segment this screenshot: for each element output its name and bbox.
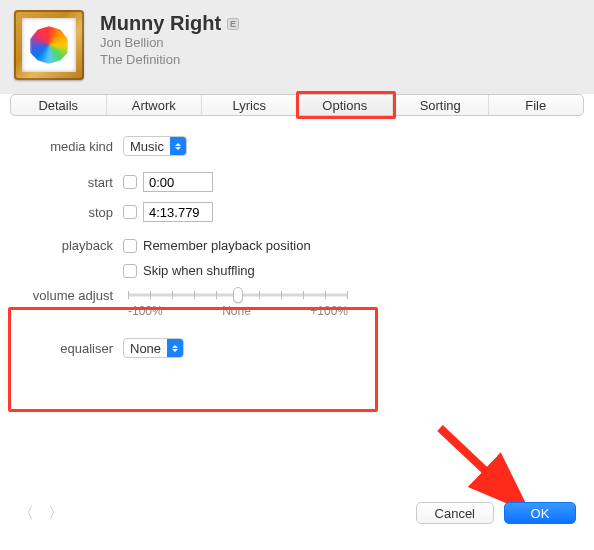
- label-volume-adjust: volume adjust: [18, 288, 113, 303]
- cancel-button[interactable]: Cancel: [416, 502, 494, 524]
- label-equaliser: equaliser: [18, 341, 113, 356]
- options-panel: media kind Music start stop playback Rem…: [0, 116, 594, 378]
- song-title-text: Munny Right: [100, 12, 221, 35]
- select-stepper-icon: [170, 137, 186, 155]
- equaliser-select[interactable]: None: [123, 338, 184, 358]
- tab-options[interactable]: Options: [298, 95, 394, 115]
- volume-max-label: +100%: [310, 304, 348, 318]
- start-input[interactable]: [143, 172, 213, 192]
- tab-file[interactable]: File: [489, 95, 584, 115]
- tab-lyrics[interactable]: Lyrics: [202, 95, 298, 115]
- explicit-badge: E: [227, 18, 239, 30]
- label-playback: playback: [18, 238, 113, 253]
- remember-position-label: Remember playback position: [143, 238, 311, 253]
- media-kind-value: Music: [124, 137, 170, 155]
- volume-slider-thumb[interactable]: [233, 287, 243, 303]
- label-start: start: [18, 175, 113, 190]
- start-checkbox[interactable]: [123, 175, 137, 189]
- stop-input[interactable]: [143, 202, 213, 222]
- tab-details[interactable]: Details: [11, 95, 107, 115]
- album-name: The Definition: [100, 52, 239, 69]
- next-track-button[interactable]: 〉: [48, 503, 64, 524]
- tab-sorting[interactable]: Sorting: [393, 95, 489, 115]
- dialog-footer: 〈 〉 Cancel OK: [0, 502, 594, 524]
- volume-min-label: -100%: [128, 304, 163, 318]
- media-kind-select[interactable]: Music: [123, 136, 187, 156]
- tab-artwork[interactable]: Artwork: [107, 95, 203, 115]
- stop-checkbox[interactable]: [123, 205, 137, 219]
- album-art: [14, 10, 84, 80]
- select-stepper-icon: [167, 339, 183, 357]
- volume-slider[interactable]: [128, 288, 348, 302]
- skip-shuffle-checkbox[interactable]: [123, 264, 137, 278]
- song-title: Munny Right E: [100, 12, 239, 35]
- volume-mid-label: None: [222, 304, 251, 318]
- remember-position-checkbox[interactable]: [123, 239, 137, 253]
- ok-button[interactable]: OK: [504, 502, 576, 524]
- tab-bar: Details Artwork Lyrics Options Sorting F…: [0, 94, 594, 116]
- skip-shuffle-label: Skip when shuffling: [143, 263, 255, 278]
- song-header: Munny Right E Jon Bellion The Definition: [0, 0, 594, 94]
- prev-track-button[interactable]: 〈: [18, 503, 34, 524]
- label-stop: stop: [18, 205, 113, 220]
- equaliser-value: None: [124, 339, 167, 357]
- label-media-kind: media kind: [18, 139, 113, 154]
- artist-name: Jon Bellion: [100, 35, 239, 52]
